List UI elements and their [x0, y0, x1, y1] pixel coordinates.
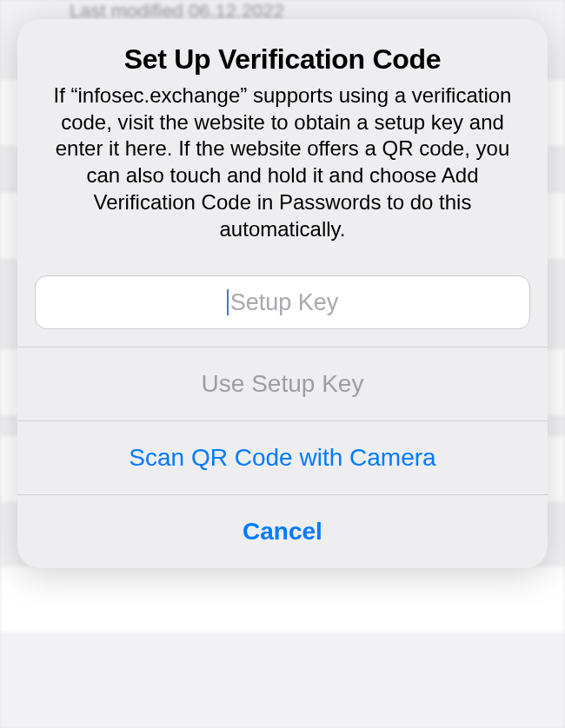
backdrop-row	[0, 565, 565, 634]
setup-key-placeholder: Setup Key	[230, 289, 339, 316]
text-cursor	[227, 289, 229, 315]
alert-title: Set Up Verification Code	[38, 43, 527, 76]
cancel-button[interactable]: Cancel	[17, 494, 548, 568]
use-setup-key-button[interactable]: Use Setup Key	[17, 347, 548, 420]
alert-dialog: Set Up Verification Code If “infosec.exc…	[17, 19, 548, 568]
alert-actions: Use Setup Key Scan QR Code with Camera C…	[17, 347, 548, 568]
input-container: Setup Key	[17, 260, 548, 347]
scan-qr-button[interactable]: Scan QR Code with Camera	[17, 420, 548, 494]
setup-key-input[interactable]: Setup Key	[35, 275, 530, 329]
alert-message: If “infosec.exchange” supports using a v…	[38, 83, 527, 242]
alert-header: Set Up Verification Code If “infosec.exc…	[17, 19, 548, 260]
